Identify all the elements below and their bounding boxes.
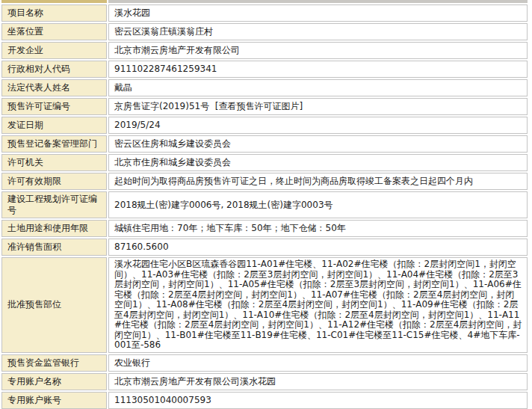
table-row-location: 坐落位置 密云区溪翁庄镇溪翁庄村 (1, 23, 528, 40)
row-value: 北京市潮云房地产开发有限公司 (108, 42, 528, 59)
table-row-permit-number: 预售许可证编号 京房售证字(2019)51号 [查看预售许可证图片] (1, 98, 528, 115)
row-value: 11130501040007593 (108, 392, 528, 409)
table-row-registration-department: 预售登记备案管理部门 密云区住房和城乡建设委员会 (1, 135, 528, 153)
row-label: 行政相对人代码 (1, 61, 107, 78)
row-label: 坐落位置 (1, 23, 107, 40)
row-value: 911102287461259341 (108, 61, 528, 78)
table-row-validity-period: 许可有效期限 起始时间为取得商品房预售许可证之日，终止时间为商品房取得竣工备案表… (1, 173, 528, 190)
row-label: 许可有效期限 (1, 173, 107, 190)
row-value: 2018规土(密)建字0006号, 2018规土(密)建字0003号 (108, 191, 528, 218)
row-value: 北京市潮云房地产开发有限公司溪水花园 (108, 373, 528, 390)
row-value: 北京市住房和城乡建设委员会 (108, 154, 528, 171)
table-row-supervision-bank: 预售资金监管银行 农业银行 (1, 354, 528, 372)
row-label: 项目名称 (1, 4, 107, 22)
row-label: 专用账户账号 (1, 392, 107, 409)
row-label: 许可机关 (1, 154, 107, 171)
row-label: 预售登记备案管理部门 (1, 135, 107, 153)
row-label: 预售许可证编号 (1, 98, 107, 115)
table-row-licensing-authority: 许可机关 北京市住房和城乡建设委员会 (1, 154, 528, 171)
table-row-issue-date: 发证日期 2019/5/24 (1, 117, 528, 134)
row-label: 预售资金监管银行 (1, 354, 107, 372)
row-label: 法定代表人姓名 (1, 79, 107, 96)
row-label: 土地用途和使用年限 (1, 220, 107, 237)
presale-info-table: 项目名称 溪水花园 坐落位置 密云区溪翁庄镇溪翁庄村 开发企业 北京市潮云房地产… (0, 0, 529, 409)
table-row-project-name: 项目名称 溪水花园 (1, 4, 528, 22)
cutoff-row-label-cell (1, 0, 107, 3)
table-row-entity-code: 行政相对人代码 911102287461259341 (1, 61, 528, 78)
table-row-land-use-term: 土地用途和使用年限 城镇住宅用地：70年；地下车库：50年；地下仓储：50年 (1, 220, 528, 237)
table-row-planning-permit-number: 建设工程规划许可证编号 2018规土(密)建字0006号, 2018规土(密)建… (1, 191, 528, 218)
table-row-legal-representative: 法定代表人姓名 戴晶 (1, 79, 528, 96)
row-label: 建设工程规划许可证编号 (1, 191, 107, 218)
row-value: 城镇住宅用地：70年；地下车库：50年；地下仓储：50年 (108, 220, 528, 237)
row-value: 2019/5/24 (108, 117, 528, 134)
row-label: 发证日期 (1, 117, 107, 134)
row-value: 农业银行 (108, 354, 528, 372)
row-value: 溪水花园 (108, 4, 528, 22)
table-row-account-name: 专用账户名称 北京市潮云房地产开发有限公司溪水花园 (1, 373, 528, 390)
table-row-developer: 开发企业 北京市潮云房地产开发有限公司 (1, 42, 528, 59)
row-value: 密云区溪翁庄镇溪翁庄村 (108, 23, 528, 40)
row-value: 戴晶 (108, 79, 528, 96)
row-value: 密云区住房和城乡建设委员会 (108, 135, 528, 153)
row-label: 准许销售面积 (1, 239, 107, 256)
row-value: 起始时间为取得商品房预售许可证之日，终止时间为商品房取得竣工备案表之日起四个月内 (108, 173, 528, 190)
row-value: 87160.5600 (108, 239, 528, 256)
table-row-approved-sales-area: 准许销售面积 87160.5600 (1, 239, 528, 256)
row-value: 京房售证字(2019)51号 [查看预售许可证图片] (108, 98, 528, 115)
view-permit-image-link[interactable]: [查看预售许可证图片] (215, 101, 303, 111)
row-label: 专用账户名称 (1, 373, 107, 390)
table-row-cutoff-top (1, 0, 528, 3)
presale-permit-info-page: 项目名称 溪水花园 坐落位置 密云区溪翁庄镇溪翁庄村 开发企业 北京市潮云房地产… (0, 0, 532, 409)
cutoff-row-value-cell (108, 0, 528, 3)
row-label: 开发企业 (1, 42, 107, 59)
row-value: 溪水花园住宅小区B区琉森香谷园11-A01#住宅楼、11-A02#住宅楼（扣除：… (108, 257, 528, 353)
table-row-approved-presale-parts: 批准预售部位 溪水花园住宅小区B区琉森香谷园11-A01#住宅楼、11-A02#… (1, 257, 528, 353)
permit-number-text: 京房售证字(2019)51号 (114, 101, 209, 111)
row-label: 批准预售部位 (1, 257, 107, 353)
table-row-account-number: 专用账户账号 11130501040007593 (1, 392, 528, 409)
